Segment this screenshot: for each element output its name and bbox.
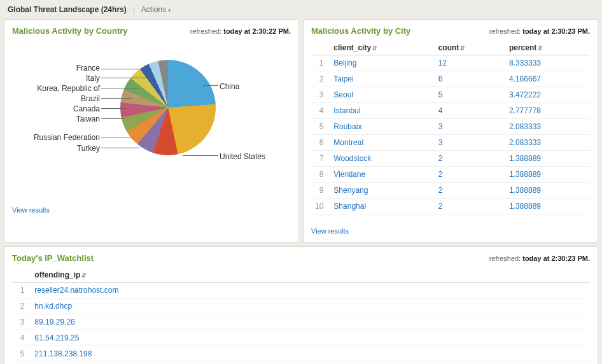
row-index: 2 xyxy=(12,298,31,314)
panel-header: Malicious Activity by Country refreshed:… xyxy=(12,26,291,36)
pie-label-italy: Italy xyxy=(11,74,100,83)
col-count[interactable]: count⇵ xyxy=(435,41,505,55)
cell-city[interactable]: Shanghai xyxy=(330,199,434,214)
cell-city[interactable]: Roubaix xyxy=(330,119,434,135)
cell-city[interactable]: Istanbul xyxy=(330,103,434,119)
table-row: 3Seoul53.472222 xyxy=(311,87,590,103)
panel-title: Malicious Activity by City xyxy=(311,26,410,36)
page-title: Global Threat Landscape (24hrs) xyxy=(8,5,127,14)
cell-ip[interactable]: hn.kd.dhcp xyxy=(31,298,590,314)
table-row: 2hn.kd.dhcp xyxy=(12,298,590,314)
cell-city[interactable]: Seoul xyxy=(330,87,434,103)
row-index: 5 xyxy=(12,346,31,362)
pie-leader xyxy=(101,98,132,99)
cell-ip[interactable]: 208.72.141.135 xyxy=(31,362,590,365)
cell-count[interactable]: 2 xyxy=(435,183,505,199)
table-row: 2Taipei64.166667 xyxy=(311,71,590,87)
cell-city[interactable]: Vientiane xyxy=(330,167,434,183)
cell-count[interactable]: 4 xyxy=(435,103,505,119)
refreshed-prefix: refreshed: xyxy=(489,255,521,262)
refreshed-label: refreshed: today at 2:30:22 PM. xyxy=(190,27,291,35)
cell-percent[interactable]: 4.166667 xyxy=(505,71,590,87)
table-row: 1reseller24.natrohost.com xyxy=(12,283,590,298)
cell-city[interactable]: Beijing xyxy=(330,55,434,71)
cell-count[interactable]: 2 xyxy=(435,167,505,183)
table-row: 1Beijing128.333333 xyxy=(311,55,590,71)
sort-icon: ⇵ xyxy=(81,272,87,279)
pie-chart[interactable]: China United States France Italy Korea, … xyxy=(12,41,291,174)
pie-leader xyxy=(101,148,139,148)
cell-percent[interactable]: 1.388889 xyxy=(505,183,590,199)
cell-percent[interactable]: 2.083333 xyxy=(505,135,590,151)
col-label: count xyxy=(438,43,459,52)
cell-percent[interactable]: 1.388889 xyxy=(505,151,590,167)
col-label: offending_ip xyxy=(34,270,80,279)
cell-percent[interactable]: 2.083333 xyxy=(505,119,590,135)
cell-ip[interactable]: 211.138.238.198 xyxy=(31,346,590,362)
panel-activity-country: Malicious Activity by Country refreshed:… xyxy=(4,19,299,242)
header-bar: Global Threat Landscape (24hrs) | Action… xyxy=(0,0,602,19)
cell-count[interactable]: 2 xyxy=(435,199,505,214)
panel-activity-city: Malicious Activity by City refreshed: to… xyxy=(303,19,598,242)
cell-ip[interactable]: 61.54.219.25 xyxy=(31,330,590,346)
cell-city[interactable]: Woodstock xyxy=(330,151,434,167)
pie-label-us: United States xyxy=(220,152,265,161)
cell-count[interactable]: 2 xyxy=(435,151,505,167)
col-client-city[interactable]: client_city⇵ xyxy=(330,41,434,55)
dashboard-row: Malicious Activity by Country refreshed:… xyxy=(0,19,602,242)
cell-ip[interactable]: 89.19.29.26 xyxy=(31,314,590,330)
watchlist-table: offending_ip⇵ 1reseller24.natrohost.com2… xyxy=(12,268,590,364)
cell-percent[interactable]: 1.388889 xyxy=(505,167,590,183)
cell-count[interactable]: 3 xyxy=(435,119,505,135)
cell-city[interactable]: Shenyang xyxy=(330,183,434,199)
sort-icon: ⇵ xyxy=(372,45,377,52)
panel-title: Malicious Activity by Country xyxy=(12,26,128,36)
row-index: 3 xyxy=(311,87,330,103)
refreshed-label: refreshed: today at 2:30:23 PM. xyxy=(489,27,590,35)
col-percent[interactable]: percent⇵ xyxy=(505,41,590,55)
row-index: 9 xyxy=(311,183,330,199)
pie-leader xyxy=(101,69,151,69)
view-results-link[interactable]: View results xyxy=(311,227,349,235)
table-row: 6Montreal32.083333 xyxy=(311,135,590,151)
actions-menu[interactable]: Actions xyxy=(141,5,171,14)
pie-label-russia: Russian Federation xyxy=(11,133,100,142)
cell-count[interactable]: 6 xyxy=(435,71,505,87)
pie-graphic xyxy=(120,60,216,155)
table-row: 461.54.219.25 xyxy=(12,330,590,346)
row-index: 2 xyxy=(311,71,330,87)
cell-city[interactable]: Montreal xyxy=(330,135,434,151)
cell-percent[interactable]: 3.472222 xyxy=(505,87,590,103)
panel-ip-watchlist: Today's IP_Watchlist refreshed: today at… xyxy=(4,246,598,364)
pie-label-korea: Korea, Republic of xyxy=(11,84,100,93)
header-separator: | xyxy=(133,5,135,14)
table-row: 4Istanbul42.777778 xyxy=(311,103,590,119)
pie-label-france: France xyxy=(11,64,100,73)
refreshed-time: today at 2:30:22 PM. xyxy=(223,27,291,35)
row-index: 6 xyxy=(311,135,330,151)
city-table: client_city⇵ count⇵ percent⇵ 1Beijing128… xyxy=(311,41,590,214)
refreshed-label: refreshed: today at 2:30:23 PM. xyxy=(489,255,590,262)
cell-count[interactable]: 5 xyxy=(435,87,505,103)
sort-icon: ⇵ xyxy=(538,45,543,52)
cell-percent[interactable]: 1.388889 xyxy=(505,199,590,214)
cell-percent[interactable]: 8.333333 xyxy=(505,55,590,71)
table-row: 389.19.29.26 xyxy=(12,314,590,330)
pie-leader xyxy=(101,108,125,109)
col-offending-ip[interactable]: offending_ip⇵ xyxy=(31,268,590,283)
table-row: 5Roubaix32.083333 xyxy=(311,119,590,135)
table-row: 5211.138.238.198 xyxy=(12,346,590,362)
pie-leader xyxy=(101,137,132,137)
cell-city[interactable]: Taipei xyxy=(330,71,434,87)
pie-leader xyxy=(101,78,147,78)
cell-count[interactable]: 3 xyxy=(435,135,505,151)
cell-percent[interactable]: 2.777778 xyxy=(505,103,590,119)
cell-ip[interactable]: reseller24.natrohost.com xyxy=(31,283,590,298)
refreshed-time: today at 2:30:23 PM. xyxy=(522,27,590,35)
row-index: 7 xyxy=(311,151,330,167)
cell-count[interactable]: 12 xyxy=(435,55,505,71)
view-results-link[interactable]: View results xyxy=(12,206,50,214)
panel-title: Today's IP_Watchlist xyxy=(12,253,94,263)
refreshed-time: today at 2:30:23 PM. xyxy=(522,255,590,262)
panel-header: Malicious Activity by City refreshed: to… xyxy=(311,26,590,36)
